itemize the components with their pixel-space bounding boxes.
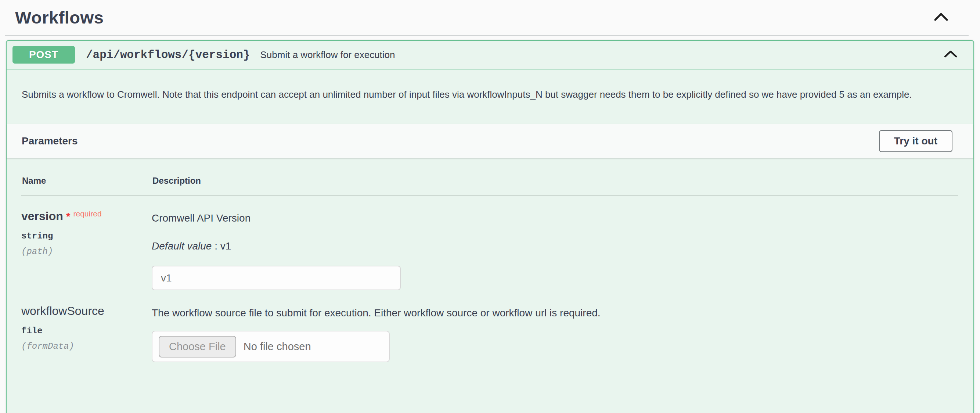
parameters-title: Parameters: [22, 135, 78, 147]
section-collapse-chevron-icon[interactable]: [934, 12, 948, 23]
endpoint-path: /api/workflows/{version}: [86, 48, 250, 61]
param-location: (formData): [21, 341, 152, 351]
param-name-version: version*required: [21, 209, 152, 223]
choose-file-button[interactable]: Choose File: [159, 336, 236, 357]
workflows-section-header[interactable]: Workflows: [5, 0, 969, 36]
param-type: file: [21, 326, 152, 336]
version-input[interactable]: [152, 266, 401, 290]
param-description: Cromwell API Version: [152, 212, 958, 224]
http-method-badge: POST: [13, 46, 75, 64]
param-default-value-line: Default value : v1: [152, 240, 958, 252]
parameters-section-header: Parameters Try it out: [6, 124, 974, 158]
table-header-row: Name Description: [21, 171, 958, 196]
file-chosen-status: No file chosen: [243, 341, 311, 353]
try-it-out-button[interactable]: Try it out: [879, 130, 953, 152]
endpoint-description: Submits a workflow to Cromwell. Note tha…: [6, 69, 974, 124]
parameters-table: Name Description version*required string…: [6, 158, 974, 362]
param-type: string: [21, 231, 152, 241]
param-description: The workflow source file to submit for e…: [152, 307, 958, 319]
opblock-post-workflows: POST /api/workflows/{version} Submit a w…: [6, 40, 974, 413]
column-header-name: Name: [22, 175, 153, 186]
endpoint-collapse-chevron-icon[interactable]: [944, 50, 957, 59]
param-location: (path): [21, 247, 152, 257]
param-name-workflowsource: workflowSource: [21, 304, 152, 318]
table-row: workflowSource file (formData) The workf…: [21, 290, 958, 362]
required-asterisk: *: [66, 210, 70, 222]
workflowsource-file-input[interactable]: Choose File No file chosen: [152, 331, 390, 362]
required-label: required: [73, 209, 102, 218]
page-title: Workflows: [15, 7, 103, 27]
endpoint-summary: Submit a workflow for execution: [260, 49, 395, 61]
opblock-header[interactable]: POST /api/workflows/{version} Submit a w…: [6, 41, 974, 69]
table-row: version*required string (path) Cromwell …: [21, 196, 958, 290]
column-header-description: Description: [153, 175, 958, 186]
